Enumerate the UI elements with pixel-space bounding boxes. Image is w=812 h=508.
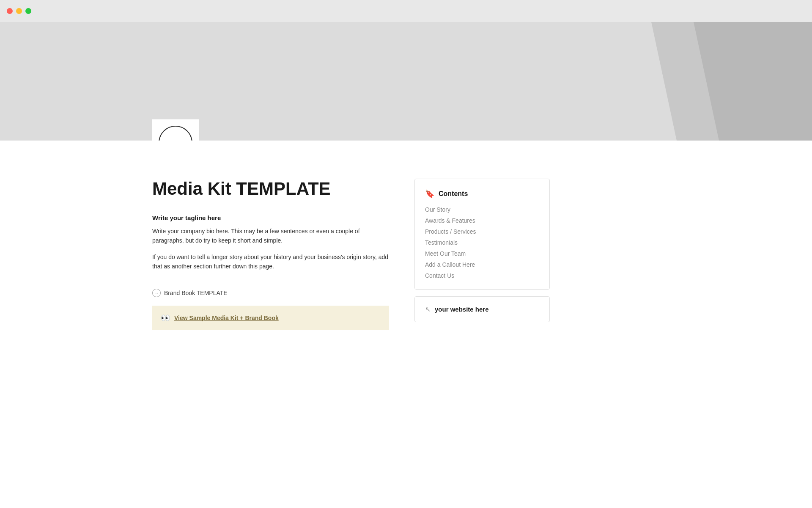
brand-book-label: Brand Book TEMPLATE — [164, 290, 228, 296]
maximize-button[interactable] — [25, 8, 31, 14]
logo-area: LOGO — [152, 119, 199, 141]
divider — [152, 280, 389, 280]
website-link-text: your website here — [435, 306, 489, 313]
contents-item-callout[interactable]: Add a Callout Here — [425, 261, 539, 268]
logo-circle: LOGO — [159, 126, 192, 141]
titlebar — [0, 0, 812, 22]
contents-item-testimonials[interactable]: Testimonials — [425, 239, 539, 246]
bio-paragraph-2: If you do want to tell a longer story ab… — [152, 252, 389, 271]
page-title: Media Kit TEMPLATE — [152, 179, 389, 199]
hero-banner: LOGO — [0, 22, 812, 141]
right-column: 🔖 Contents Our Story Awards & Features P… — [414, 179, 550, 322]
contents-item-our-story[interactable]: Our Story — [425, 206, 539, 213]
logo-text: LOGO — [167, 140, 184, 141]
bookmark-icon: 🔖 — [425, 189, 434, 199]
contents-item-awards[interactable]: Awards & Features — [425, 217, 539, 224]
close-button[interactable] — [7, 8, 13, 14]
left-column: Media Kit TEMPLATE Write your tagline he… — [152, 179, 389, 330]
tagline: Write your tagline here — [152, 214, 389, 221]
minimize-button[interactable] — [16, 8, 22, 14]
brand-book-link[interactable]: → Brand Book TEMPLATE — [152, 289, 389, 297]
contents-list: Our Story Awards & Features Products / S… — [425, 206, 539, 279]
contents-title: Contents — [439, 190, 468, 198]
contents-item-contact[interactable]: Contact Us — [425, 272, 539, 279]
main-content: Media Kit TEMPLATE Write your tagline he… — [0, 141, 812, 356]
sample-btn-icon: 👀 — [161, 313, 170, 323]
cursor-icon: ↖ — [425, 305, 431, 313]
hero-chevron-graphic — [651, 22, 812, 141]
contents-item-products[interactable]: Products / Services — [425, 228, 539, 235]
contents-item-team[interactable]: Meet Our Team — [425, 250, 539, 257]
sample-btn-text: View Sample Media Kit + Brand Book — [174, 315, 279, 321]
bio-paragraph-1: Write your company bio here. This may be… — [152, 226, 389, 246]
contents-card: 🔖 Contents Our Story Awards & Features P… — [414, 179, 550, 290]
link-arrow-icon: → — [152, 289, 161, 297]
logo-box: LOGO — [152, 119, 199, 141]
sample-media-kit-button[interactable]: 👀 View Sample Media Kit + Brand Book — [152, 306, 389, 330]
contents-header: 🔖 Contents — [425, 189, 539, 199]
website-card[interactable]: ↖ your website here — [414, 296, 550, 322]
